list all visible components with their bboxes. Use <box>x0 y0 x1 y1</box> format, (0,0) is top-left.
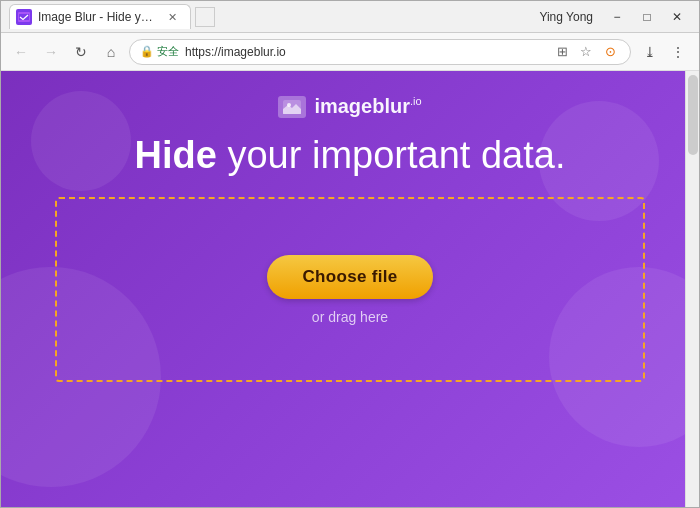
toolbar-icons: ⤓ ⋮ <box>637 39 691 65</box>
secure-badge: 🔒 安全 <box>140 44 179 59</box>
window-controls: − □ ✕ <box>603 3 691 31</box>
minimize-button[interactable]: − <box>603 3 631 31</box>
scrollbar-thumb[interactable] <box>688 75 698 155</box>
back-button[interactable]: ← <box>9 40 33 64</box>
forward-button[interactable]: → <box>39 40 63 64</box>
logo-name-bold: imageblur <box>314 95 410 117</box>
close-button[interactable]: ✕ <box>663 3 691 31</box>
tab-close-button[interactable]: ✕ <box>164 9 180 25</box>
drag-hint: or drag here <box>312 309 388 325</box>
logo-area: imageblur.io <box>278 95 421 118</box>
address-bar: ← → ↻ ⌂ 🔒 安全 https://imageblur.io ⊞ ☆ ⊙ … <box>1 33 699 71</box>
chrome-sync-icon[interactable]: ⊙ <box>600 42 620 62</box>
favicon <box>16 9 32 25</box>
browser-tab[interactable]: Image Blur - Hide your ... ✕ <box>9 4 191 29</box>
home-button[interactable]: ⌂ <box>99 40 123 64</box>
bookmark-icon[interactable]: ☆ <box>576 42 596 62</box>
title-bar: Image Blur - Hide your ... ✕ Ying Yong −… <box>1 1 699 33</box>
browser-window: Image Blur - Hide your ... ✕ Ying Yong −… <box>0 0 700 508</box>
choose-file-button[interactable]: Choose file <box>267 255 434 299</box>
logo-suffix: .io <box>410 95 422 107</box>
new-tab-button[interactable] <box>195 7 215 27</box>
logo-text: imageblur.io <box>314 95 421 118</box>
menu-icon[interactable]: ⋮ <box>665 39 691 65</box>
page-content: imageblur.io Hide your important data. C… <box>1 71 699 507</box>
download-icon[interactable]: ⤓ <box>637 39 663 65</box>
headline-bold: Hide <box>135 134 217 176</box>
maximize-button[interactable]: □ <box>633 3 661 31</box>
url-action-icons: ⊞ ☆ ⊙ <box>552 42 620 62</box>
refresh-button[interactable]: ↻ <box>69 40 93 64</box>
tab-title: Image Blur - Hide your ... <box>38 10 158 24</box>
user-name: Ying Yong <box>539 10 593 24</box>
lock-icon: 🔒 <box>140 45 154 58</box>
url-bar[interactable]: 🔒 安全 https://imageblur.io ⊞ ☆ ⊙ <box>129 39 631 65</box>
upload-dropzone[interactable]: Choose file or drag here <box>55 197 645 382</box>
headline: Hide your important data. <box>135 134 566 177</box>
logo-icon <box>278 96 306 118</box>
headline-rest: your important data. <box>217 134 566 176</box>
url-text: https://imageblur.io <box>185 45 286 59</box>
bg-circle-4 <box>31 91 131 191</box>
translate-icon[interactable]: ⊞ <box>552 42 572 62</box>
scrollbar-track[interactable] <box>685 71 699 507</box>
secure-label: 安全 <box>157 44 179 59</box>
